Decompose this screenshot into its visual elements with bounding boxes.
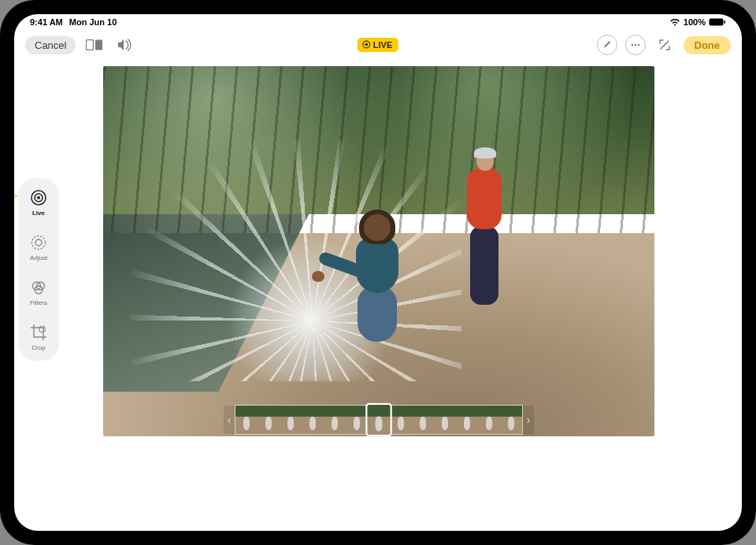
svg-point-11 <box>37 196 40 199</box>
filmstrip-frame[interactable] <box>390 406 412 434</box>
tool-live[interactable]: Live <box>21 184 56 220</box>
battery-percent: 100% <box>684 17 706 27</box>
filmstrip-next-icon[interactable]: › <box>523 406 534 434</box>
cancel-button[interactable]: Cancel <box>25 36 76 54</box>
tool-live-label: Live <box>32 209 45 217</box>
svg-point-8 <box>637 44 639 46</box>
filmstrip-frame[interactable] <box>366 404 391 436</box>
edit-area: Live Adjust Filters <box>14 60 742 531</box>
filmstrip-prev-icon[interactable]: ‹ <box>224 406 235 434</box>
ipad-device-frame: 9:41 AM Mon Jun 10 100% Cancel <box>0 0 756 545</box>
filmstrip-frame[interactable] <box>500 406 522 434</box>
tool-filters[interactable]: Filters <box>21 274 56 310</box>
adjust-icon <box>28 232 49 253</box>
live-icon <box>28 187 49 208</box>
svg-point-12 <box>32 236 46 250</box>
photo-canvas[interactable] <box>103 66 654 436</box>
filmstrip-frame[interactable] <box>412 406 434 434</box>
compare-toggle-icon[interactable] <box>83 34 106 56</box>
svg-point-6 <box>631 44 632 46</box>
svg-point-13 <box>35 239 42 246</box>
canvas-wrap: ‹ › <box>63 60 742 531</box>
filters-icon <box>28 277 49 298</box>
wifi-icon <box>669 18 680 26</box>
tool-crop[interactable]: Crop <box>21 319 56 354</box>
live-badge-button[interactable]: LIVE <box>358 38 398 52</box>
filmstrip-frame[interactable] <box>302 406 324 434</box>
live-photo-filmstrip: ‹ › <box>224 403 534 436</box>
tool-filters-label: Filters <box>30 299 47 306</box>
filmstrip-frame[interactable] <box>258 406 280 434</box>
filmstrip-frame[interactable] <box>478 406 500 434</box>
person-splashing <box>340 214 411 356</box>
svg-point-5 <box>365 43 368 46</box>
tool-adjust-label: Adjust <box>30 254 47 261</box>
filmstrip-frame[interactable] <box>456 406 478 434</box>
person-standing <box>456 147 511 313</box>
svg-rect-3 <box>95 40 102 50</box>
markup-button[interactable] <box>597 35 617 55</box>
status-time: 9:41 AM <box>30 17 63 27</box>
status-bar: 9:41 AM Mon Jun 10 100% <box>14 14 742 30</box>
more-options-button[interactable] <box>625 35 646 55</box>
filmstrip-frames[interactable] <box>235 405 523 435</box>
filmstrip-frame[interactable] <box>235 406 258 434</box>
filmstrip-frame[interactable] <box>434 406 456 434</box>
tool-group: Live Adjust Filters <box>18 178 59 361</box>
svg-point-7 <box>634 44 636 46</box>
status-date: Mon Jun 10 <box>69 17 117 27</box>
filmstrip-frame[interactable] <box>346 406 368 434</box>
crop-icon <box>28 322 49 343</box>
editor-toolbar: Cancel LIVE <box>14 30 742 60</box>
fullscreen-button[interactable] <box>654 34 676 56</box>
svg-rect-2 <box>87 40 94 50</box>
edit-tools-sidebar: Live Adjust Filters <box>14 60 63 531</box>
svg-rect-1 <box>724 20 726 24</box>
screen: 9:41 AM Mon Jun 10 100% Cancel <box>14 14 742 531</box>
live-badge-label: LIVE <box>373 40 392 50</box>
done-button[interactable]: Done <box>684 36 732 54</box>
tool-adjust[interactable]: Adjust <box>21 229 56 265</box>
volume-icon[interactable] <box>113 34 135 56</box>
filmstrip-frame[interactable] <box>280 406 302 434</box>
battery-icon <box>709 18 726 26</box>
filmstrip-frame[interactable] <box>324 406 346 434</box>
tool-crop-label: Crop <box>32 344 45 351</box>
svg-rect-0 <box>710 19 724 26</box>
